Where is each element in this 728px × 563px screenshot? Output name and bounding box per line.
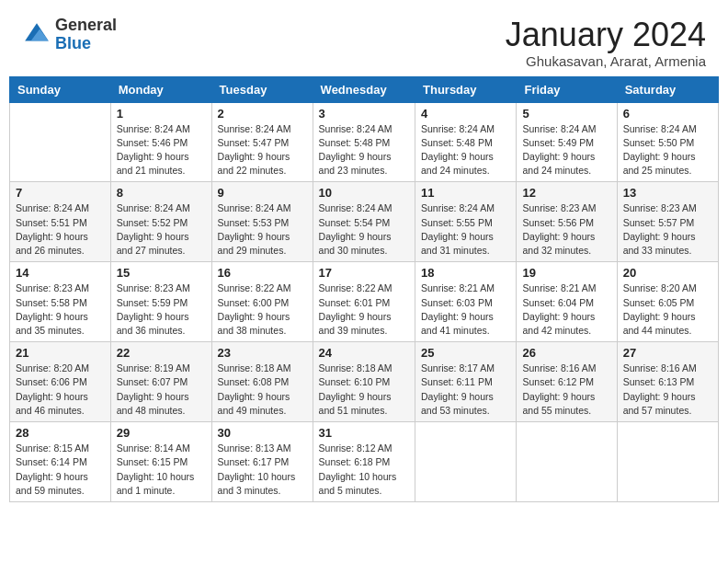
day-number: 3 [319,107,409,121]
day-number: 18 [421,266,510,280]
cell-info: Sunrise: 8:24 AMSunset: 5:54 PMDaylight:… [319,201,409,258]
calendar-cell: 17Sunrise: 8:22 AMSunset: 6:01 PMDayligh… [313,262,415,342]
title-block: January 2024 Ghukasavan, Ararat, Armenia [506,17,706,69]
calendar-cell [517,422,617,502]
cell-info: Sunrise: 8:23 AMSunset: 5:58 PMDaylight:… [16,282,105,338]
cell-info: Sunrise: 8:24 AMSunset: 5:49 PMDaylight:… [522,122,610,178]
location-text: Ghukasavan, Ararat, Armenia [506,53,706,69]
calendar-cell: 7Sunrise: 8:24 AMSunset: 5:51 PMDaylight… [10,182,111,262]
cell-info: Sunrise: 8:21 AMSunset: 6:03 PMDaylight:… [421,282,510,338]
page-header: General Blue January 2024 Ghukasavan, Ar… [0,0,728,76]
weekday-header: Wednesday [313,76,415,102]
cell-info: Sunrise: 8:23 AMSunset: 5:57 PMDaylight:… [623,201,712,258]
calendar-week-row: 28Sunrise: 8:15 AMSunset: 6:14 PMDayligh… [10,422,719,502]
calendar-cell: 13Sunrise: 8:23 AMSunset: 5:57 PMDayligh… [617,182,718,262]
cell-info: Sunrise: 8:20 AMSunset: 6:06 PMDaylight:… [16,362,105,418]
calendar-cell: 19Sunrise: 8:21 AMSunset: 6:04 PMDayligh… [517,262,617,342]
logo: General Blue [22,17,117,53]
day-number: 31 [319,426,409,440]
day-number: 4 [421,107,510,121]
day-number: 12 [522,186,610,200]
calendar-cell: 24Sunrise: 8:18 AMSunset: 6:10 PMDayligh… [313,342,415,422]
day-number: 11 [421,186,510,200]
calendar-header-row: SundayMondayTuesdayWednesdayThursdayFrid… [10,76,719,102]
cell-info: Sunrise: 8:15 AMSunset: 6:14 PMDaylight:… [16,442,105,498]
cell-info: Sunrise: 8:14 AMSunset: 6:15 PMDaylight:… [117,442,206,498]
weekday-header: Monday [110,76,211,102]
day-number: 29 [117,426,206,440]
cell-info: Sunrise: 8:24 AMSunset: 5:50 PMDaylight:… [623,122,712,178]
cell-info: Sunrise: 8:24 AMSunset: 5:55 PMDaylight:… [421,201,510,258]
calendar-cell: 18Sunrise: 8:21 AMSunset: 6:03 PMDayligh… [415,262,517,342]
day-number: 14 [16,266,105,280]
cell-info: Sunrise: 8:16 AMSunset: 6:13 PMDaylight:… [623,362,712,418]
calendar-cell: 8Sunrise: 8:24 AMSunset: 5:52 PMDaylight… [110,182,211,262]
cell-info: Sunrise: 8:24 AMSunset: 5:48 PMDaylight:… [319,122,409,178]
weekday-header: Saturday [617,76,718,102]
calendar-cell: 30Sunrise: 8:13 AMSunset: 6:17 PMDayligh… [211,422,313,502]
month-title: January 2024 [506,17,706,53]
logo-blue-text: Blue [55,35,117,53]
calendar-cell: 14Sunrise: 8:23 AMSunset: 5:58 PMDayligh… [10,262,111,342]
calendar-cell: 25Sunrise: 8:17 AMSunset: 6:11 PMDayligh… [415,342,517,422]
calendar-cell [617,422,718,502]
day-number: 21 [16,346,105,360]
day-number: 8 [117,186,206,200]
logo-general-text: General [55,17,117,35]
cell-info: Sunrise: 8:21 AMSunset: 6:04 PMDaylight:… [522,282,610,338]
cell-info: Sunrise: 8:18 AMSunset: 6:10 PMDaylight:… [319,362,409,418]
calendar-cell: 23Sunrise: 8:18 AMSunset: 6:08 PMDayligh… [211,342,313,422]
day-number: 9 [218,186,307,200]
calendar-cell: 3Sunrise: 8:24 AMSunset: 5:48 PMDaylight… [313,102,415,182]
cell-info: Sunrise: 8:24 AMSunset: 5:52 PMDaylight:… [117,201,206,258]
calendar-cell: 20Sunrise: 8:20 AMSunset: 6:05 PMDayligh… [617,262,718,342]
cell-info: Sunrise: 8:18 AMSunset: 6:08 PMDaylight:… [218,362,307,418]
cell-info: Sunrise: 8:23 AMSunset: 5:59 PMDaylight:… [117,282,206,338]
weekday-header: Friday [517,76,617,102]
calendar-cell: 16Sunrise: 8:22 AMSunset: 6:00 PMDayligh… [211,262,313,342]
cell-info: Sunrise: 8:23 AMSunset: 5:56 PMDaylight:… [522,201,610,258]
calendar-week-row: 1Sunrise: 8:24 AMSunset: 5:46 PMDaylight… [10,102,719,182]
cell-info: Sunrise: 8:17 AMSunset: 6:11 PMDaylight:… [421,362,510,418]
logo-icon [22,20,51,50]
calendar-cell: 27Sunrise: 8:16 AMSunset: 6:13 PMDayligh… [617,342,718,422]
calendar-cell: 5Sunrise: 8:24 AMSunset: 5:49 PMDaylight… [517,102,617,182]
calendar-cell: 1Sunrise: 8:24 AMSunset: 5:46 PMDaylight… [110,102,211,182]
cell-info: Sunrise: 8:16 AMSunset: 6:12 PMDaylight:… [522,362,610,418]
calendar-week-row: 21Sunrise: 8:20 AMSunset: 6:06 PMDayligh… [10,342,719,422]
day-number: 5 [522,107,610,121]
day-number: 1 [117,107,206,121]
cell-info: Sunrise: 8:20 AMSunset: 6:05 PMDaylight:… [623,282,712,338]
calendar-cell: 9Sunrise: 8:24 AMSunset: 5:53 PMDaylight… [211,182,313,262]
calendar-container: SundayMondayTuesdayWednesdayThursdayFrid… [0,76,728,511]
calendar-cell: 6Sunrise: 8:24 AMSunset: 5:50 PMDaylight… [617,102,718,182]
day-number: 16 [218,266,307,280]
day-number: 6 [623,107,712,121]
cell-info: Sunrise: 8:22 AMSunset: 6:00 PMDaylight:… [218,282,307,338]
day-number: 15 [117,266,206,280]
weekday-header: Tuesday [211,76,313,102]
day-number: 30 [218,426,307,440]
weekday-header: Thursday [415,76,517,102]
day-number: 17 [319,266,409,280]
day-number: 22 [117,346,206,360]
weekday-header: Sunday [10,76,111,102]
calendar-week-row: 14Sunrise: 8:23 AMSunset: 5:58 PMDayligh… [10,262,719,342]
calendar-cell: 21Sunrise: 8:20 AMSunset: 6:06 PMDayligh… [10,342,111,422]
cell-info: Sunrise: 8:13 AMSunset: 6:17 PMDaylight:… [218,442,307,498]
day-number: 13 [623,186,712,200]
calendar-cell: 12Sunrise: 8:23 AMSunset: 5:56 PMDayligh… [517,182,617,262]
calendar-table: SundayMondayTuesdayWednesdayThursdayFrid… [9,76,719,502]
calendar-week-row: 7Sunrise: 8:24 AMSunset: 5:51 PMDaylight… [10,182,719,262]
calendar-cell: 4Sunrise: 8:24 AMSunset: 5:48 PMDaylight… [415,102,517,182]
cell-info: Sunrise: 8:24 AMSunset: 5:46 PMDaylight:… [117,122,206,178]
day-number: 19 [522,266,610,280]
day-number: 10 [319,186,409,200]
day-number: 24 [319,346,409,360]
calendar-cell: 11Sunrise: 8:24 AMSunset: 5:55 PMDayligh… [415,182,517,262]
day-number: 2 [218,107,307,121]
cell-info: Sunrise: 8:24 AMSunset: 5:48 PMDaylight:… [421,122,510,178]
cell-info: Sunrise: 8:12 AMSunset: 6:18 PMDaylight:… [319,442,409,498]
day-number: 28 [16,426,105,440]
cell-info: Sunrise: 8:22 AMSunset: 6:01 PMDaylight:… [319,282,409,338]
